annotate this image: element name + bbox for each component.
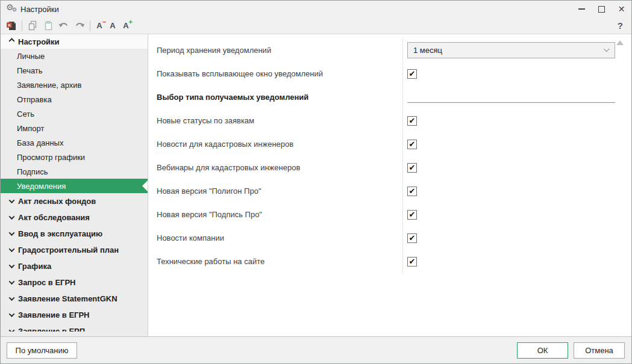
setting-label: Период хранения уведомлений: [148, 46, 402, 55]
font-normal-button[interactable]: A: [106, 19, 119, 32]
chevron-down-icon: [9, 262, 15, 268]
setting-label: Новая версия "Подпись Про": [148, 210, 402, 219]
chevron-down-icon: [9, 279, 15, 285]
sidebar-item[interactable]: Сеть: [1, 106, 148, 121]
chevron-down-icon: [9, 295, 15, 301]
checkmark-icon: ✔: [409, 211, 416, 218]
redo-button[interactable]: [72, 19, 87, 32]
storage-period-dropdown[interactable]: 1 месяц: [407, 42, 615, 58]
settings-row: Новая версия "Полигон Про"✔: [148, 179, 631, 203]
sidebar-group[interactable]: Ввод в эксплуатацию: [1, 226, 148, 242]
chevron-down-icon: [9, 197, 15, 203]
defaults-button[interactable]: По умолчанию: [7, 342, 77, 359]
font-letter: A: [110, 21, 115, 30]
checkbox[interactable]: ✔: [407, 116, 417, 126]
checkbox[interactable]: ✔: [407, 140, 417, 149]
redo-icon: [74, 20, 86, 31]
sidebar-item[interactable]: База данных: [1, 135, 148, 150]
font-decrease-button[interactable]: A –: [93, 19, 106, 32]
settings-row: Новые статусы по заявкам✔: [148, 109, 631, 132]
paste-icon: [43, 20, 54, 31]
svg-text:×: ×: [8, 22, 11, 28]
checkbox[interactable]: ✔: [407, 69, 417, 79]
copy-icon: [27, 20, 38, 31]
minimize-button[interactable]: [572, 1, 592, 17]
setting-control: 1 месяц: [407, 42, 615, 58]
setting-label: Новости компании: [148, 233, 402, 242]
setting-control: [407, 92, 615, 103]
checkbox[interactable]: ✔: [407, 233, 417, 243]
sidebar-group-label: Градостроительный план: [18, 245, 119, 254]
window-controls: ✕: [572, 1, 631, 17]
scroll-up-icon[interactable]: [616, 40, 624, 45]
sidebar-group[interactable]: Заявление в ЕРП: [1, 323, 148, 332]
setting-control: ✔: [407, 257, 417, 267]
checkbox[interactable]: ✔: [407, 163, 417, 173]
sidebar-group[interactable]: Градостроительный план: [1, 242, 148, 258]
sidebar-item[interactable]: Подпись: [1, 164, 148, 179]
sidebar-item[interactable]: Заявление, архив: [1, 78, 148, 92]
sidebar-groups: Акт лесных фондовАкт обследованияВвод в …: [1, 193, 148, 332]
sidebar-root-label: Настройки: [18, 37, 60, 46]
sidebar-group[interactable]: Акт обследования: [1, 209, 148, 226]
font-letter: A: [123, 21, 128, 30]
sidebar-scroll-region: Настройки ЛичныеПечатьЗаявление, архивОт…: [1, 34, 148, 332]
checkmark-icon: ✔: [409, 234, 416, 242]
sidebar-group[interactable]: Заявление в ЕГРН: [1, 307, 148, 323]
setting-label: Новая версия "Полигон Про": [148, 187, 402, 196]
sidebar-item[interactable]: Импорт: [1, 121, 148, 135]
sidebar-item[interactable]: Просмотр графики: [1, 150, 148, 164]
gears-icon: ⚙⚙: [6, 4, 18, 14]
font-letter: A: [96, 21, 102, 30]
sidebar-item[interactable]: Печать: [1, 63, 148, 78]
maximize-button[interactable]: [592, 1, 612, 17]
paste-button[interactable]: [41, 19, 55, 32]
sidebar-group[interactable]: Заявление StatementGKN: [1, 291, 148, 307]
chevron-down-icon: [9, 246, 15, 252]
sidebar-group-label: Заявление в ЕГРН: [18, 310, 90, 319]
sidebar-group-label: Заявление StatementGKN: [18, 294, 117, 303]
chevron-down-icon: [9, 327, 15, 332]
cancel-button[interactable]: Отмена: [574, 342, 625, 359]
font-increase-button[interactable]: A +: [119, 19, 133, 32]
sidebar-item-label: Личные: [17, 52, 45, 61]
checkbox[interactable]: ✔: [407, 257, 417, 267]
sidebar-group-settings[interactable]: Настройки: [1, 34, 148, 49]
sidebar-group-label: Графика: [18, 262, 51, 271]
checkmark-icon: ✔: [409, 117, 416, 125]
copy-button[interactable]: [25, 19, 40, 32]
sidebar-group-label: Заявление в ЕРП: [18, 327, 85, 332]
sidebar-item-label: Подпись: [17, 167, 48, 176]
setting-control: ✔: [407, 140, 417, 149]
selected-pointer-icon: [142, 180, 148, 191]
ok-button[interactable]: ОК: [517, 342, 568, 359]
setting-control: ✔: [407, 69, 417, 79]
sidebar-group-label: Акт лесных фондов: [18, 197, 96, 206]
sidebar-item-label: Уведомления: [17, 182, 66, 191]
sidebar: Настройки ЛичныеПечатьЗаявление, архивОт…: [1, 34, 148, 336]
setting-label: Новости для кадастровых инженеров: [148, 140, 402, 149]
checkbox[interactable]: ✔: [407, 187, 417, 196]
settings-row: Показывать всплывающее окно уведомлений✔: [148, 62, 631, 85]
help-button[interactable]: ?: [618, 20, 623, 31]
checkbox[interactable]: ✔: [407, 210, 417, 220]
sidebar-item[interactable]: Уведомления: [1, 179, 148, 193]
undo-button[interactable]: [57, 19, 71, 32]
sidebar-group[interactable]: Графика: [1, 258, 148, 274]
sidebar-items: ЛичныеПечатьЗаявление, архивОтправкаСеть…: [1, 49, 148, 193]
sidebar-group[interactable]: Акт лесных фондов: [1, 193, 148, 209]
close-button[interactable]: ✕: [612, 1, 631, 17]
sidebar-item-label: Просмотр графики: [17, 153, 85, 162]
checkmark-icon: ✔: [409, 70, 416, 78]
sidebar-group-label: Запрос в ЕГРН: [18, 278, 75, 287]
sidebar-item-label: База данных: [17, 138, 63, 147]
close-icon: ✕: [618, 5, 625, 13]
settings-row: Вебинары для кадастровых инженеров✔: [148, 156, 631, 179]
sidebar-item[interactable]: Личные: [1, 49, 148, 63]
close-file-button[interactable]: ×: [4, 19, 19, 32]
settings-panel: Период хранения уведомлений1 месяцПоказы…: [148, 34, 631, 336]
plus-icon: +: [129, 19, 133, 25]
sidebar-item[interactable]: Отправка: [1, 92, 148, 106]
sidebar-group[interactable]: Запрос в ЕГРН: [1, 274, 148, 291]
setting-label: Вебинары для кадастровых инженеров: [148, 163, 402, 172]
